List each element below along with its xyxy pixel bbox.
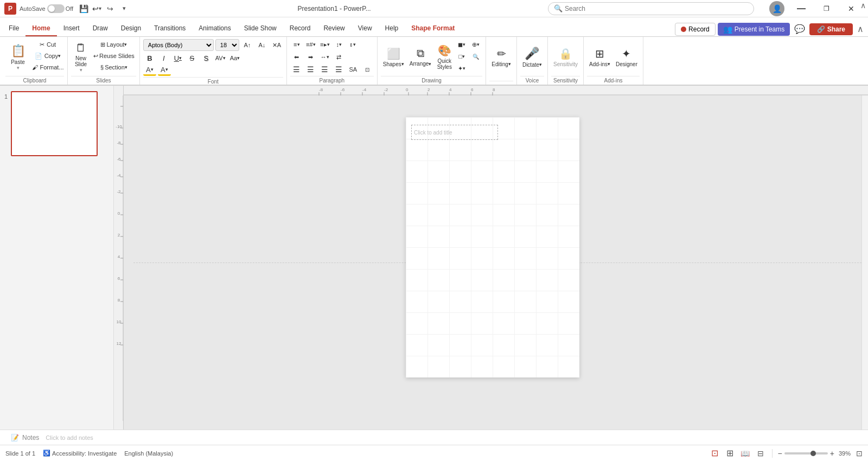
- paragraph-dialog-button[interactable]: ⊡: [361, 64, 374, 75]
- dictate-button[interactable]: 🎤 Dictate ▾: [520, 39, 544, 75]
- align-right-button[interactable]: ☰: [318, 64, 331, 75]
- shrink-font-button[interactable]: A↓: [256, 40, 269, 50]
- customize-qat-button[interactable]: ▾: [118, 3, 130, 15]
- strikethrough-button[interactable]: S: [186, 53, 199, 63]
- quick-styles-button[interactable]: 🎨 Quick Styles: [435, 39, 454, 75]
- vertical-scrollbar[interactable]: [861, 95, 868, 430]
- designer-button[interactable]: ✦ Designer: [614, 39, 640, 75]
- tab-insert[interactable]: Insert: [57, 21, 86, 36]
- tab-draw[interactable]: Draw: [86, 21, 114, 36]
- cut-button[interactable]: ✂ Cut: [31, 39, 64, 50]
- tab-design[interactable]: Design: [114, 21, 148, 36]
- highlight-color-button[interactable]: A▾: [158, 65, 171, 76]
- numbered-list-button[interactable]: ≡#▾: [304, 39, 317, 50]
- restore-button[interactable]: ❐: [814, 0, 839, 17]
- language-indicator[interactable]: English (Malaysia): [124, 450, 173, 457]
- char-spacing-button[interactable]: AV▾: [214, 53, 227, 63]
- paste-button[interactable]: 📋 Paste ▾: [5, 39, 30, 75]
- normal-view-button[interactable]: ⊡: [709, 447, 721, 459]
- arrange-button[interactable]: ⧉ Arrange ▾: [407, 39, 434, 75]
- tab-record[interactable]: Record: [283, 21, 317, 36]
- tab-view[interactable]: View: [352, 21, 379, 36]
- record-button[interactable]: Record: [675, 23, 716, 36]
- bold-button[interactable]: B: [143, 53, 156, 63]
- share-button[interactable]: 🔗 Share: [809, 23, 853, 35]
- shadow-button[interactable]: S: [200, 53, 213, 63]
- section-button[interactable]: § Section ▾: [92, 62, 136, 73]
- align-center-button[interactable]: ☰: [304, 64, 317, 75]
- reading-view-button[interactable]: 📖: [739, 447, 751, 459]
- tab-home[interactable]: Home: [25, 21, 56, 36]
- zoom-in-button[interactable]: +: [830, 449, 834, 458]
- editing-button[interactable]: ✏ Editing ▾: [489, 39, 513, 75]
- present-teams-button[interactable]: 👥 Present in Teams: [718, 23, 790, 36]
- new-slide-button[interactable]: 🗒 New Slide ▾: [71, 39, 91, 75]
- copy-button[interactable]: 📄 Copy ▾: [31, 50, 64, 61]
- accessibility-btn2[interactable]: 🔍: [469, 51, 482, 62]
- decrease-indent-button[interactable]: ⬅: [290, 52, 303, 62]
- tab-transitions[interactable]: Transitions: [148, 21, 192, 36]
- presenter-view-button[interactable]: ⊟: [755, 447, 767, 459]
- font-color-button[interactable]: A▾: [143, 65, 156, 76]
- svg-text:-10: -10: [116, 124, 122, 129]
- tab-animations[interactable]: Animations: [192, 21, 237, 36]
- shape-effects-button[interactable]: ✦ ▾: [455, 63, 468, 74]
- accessibility-check-button[interactable]: ♿ Accessibility: Investigate: [43, 450, 117, 457]
- redo-button[interactable]: ↪: [104, 3, 116, 15]
- shapes-button[interactable]: ⬜ Shapes ▾: [381, 39, 406, 75]
- tab-slideshow[interactable]: Slide Show: [238, 21, 283, 36]
- status-separator: [772, 449, 773, 458]
- profile-button[interactable]: 👤: [769, 1, 784, 16]
- text-direction-button[interactable]: ↔▾: [318, 52, 331, 62]
- slide-canvas-wrapper[interactable]: Click to add title: [124, 95, 861, 430]
- tab-file[interactable]: File: [2, 21, 25, 36]
- increase-indent-button[interactable]: ➡: [304, 52, 317, 62]
- italic-button[interactable]: I: [157, 53, 170, 63]
- smart-art-button[interactable]: SA: [347, 64, 360, 75]
- tab-shape-format[interactable]: Shape Format: [405, 21, 461, 36]
- line-spacing-button[interactable]: ↕▾: [333, 39, 346, 50]
- sensitivity-button[interactable]: 🔒 Sensitivity: [551, 39, 580, 75]
- columns-button[interactable]: ⫾▾: [347, 39, 360, 50]
- layout-button[interactable]: ⊞ Layout ▾: [92, 39, 136, 50]
- save-button[interactable]: 💾: [78, 3, 90, 15]
- text-placeholder[interactable]: Click to add title: [411, 125, 498, 140]
- font-family-selector[interactable]: Aptos (Body): [143, 39, 214, 51]
- font-size-selector[interactable]: 18: [215, 39, 239, 51]
- zoom-level[interactable]: 39%: [839, 450, 851, 457]
- zoom-out-button[interactable]: −: [778, 449, 782, 458]
- collapse-ribbon-button[interactable]: ∧: [855, 24, 866, 34]
- convert-smartart-button[interactable]: ⇄: [333, 52, 346, 62]
- notes-area[interactable]: 📝 Notes Click to add notes: [0, 430, 868, 445]
- align-left-button[interactable]: ☰: [290, 64, 303, 75]
- format-painter-button[interactable]: 🖌 Format...: [31, 62, 64, 73]
- bullets-button[interactable]: ≡▾: [290, 39, 303, 50]
- svg-text:4: 4: [118, 254, 120, 259]
- tab-help[interactable]: Help: [379, 21, 405, 36]
- minimize-button[interactable]: —: [789, 0, 814, 17]
- underline-button[interactable]: U▾: [171, 53, 184, 63]
- grow-font-button[interactable]: A↑: [241, 40, 254, 50]
- undo-button[interactable]: ↩▾: [91, 3, 103, 14]
- main-area: 1 -8 -6 -4 -2 0: [0, 86, 868, 430]
- slide-thumbnail[interactable]: [11, 91, 98, 156]
- multilevel-list-button[interactable]: ≡▸▾: [318, 39, 331, 50]
- slide-sorter-button[interactable]: ⊞: [724, 447, 736, 459]
- slide-canvas[interactable]: Click to add title: [406, 117, 579, 377]
- addins-button[interactable]: ⊞ Add-ins ▾: [587, 39, 612, 75]
- search-input[interactable]: [565, 5, 717, 12]
- shape-outline-button[interactable]: □ ▾: [455, 51, 468, 62]
- justify-button[interactable]: ☰: [333, 64, 346, 75]
- tab-review[interactable]: Review: [317, 21, 351, 36]
- merge-shapes-button[interactable]: ⊕ ▾: [469, 39, 482, 50]
- fit-slide-button[interactable]: ⊡: [856, 449, 863, 458]
- svg-text:-4: -4: [117, 173, 121, 178]
- zoom-slider[interactable]: [784, 452, 828, 454]
- search-box[interactable]: 🔍: [548, 2, 754, 15]
- change-case-button[interactable]: Aa▾: [228, 53, 241, 63]
- shape-fill-button[interactable]: ◼ ▾: [455, 39, 468, 50]
- autosave-toggle[interactable]: [47, 4, 65, 13]
- reuse-slides-button[interactable]: ↩ Reuse Slides: [92, 50, 136, 61]
- comments-button[interactable]: 💬: [792, 22, 807, 36]
- clear-format-button[interactable]: ✕A: [270, 40, 283, 50]
